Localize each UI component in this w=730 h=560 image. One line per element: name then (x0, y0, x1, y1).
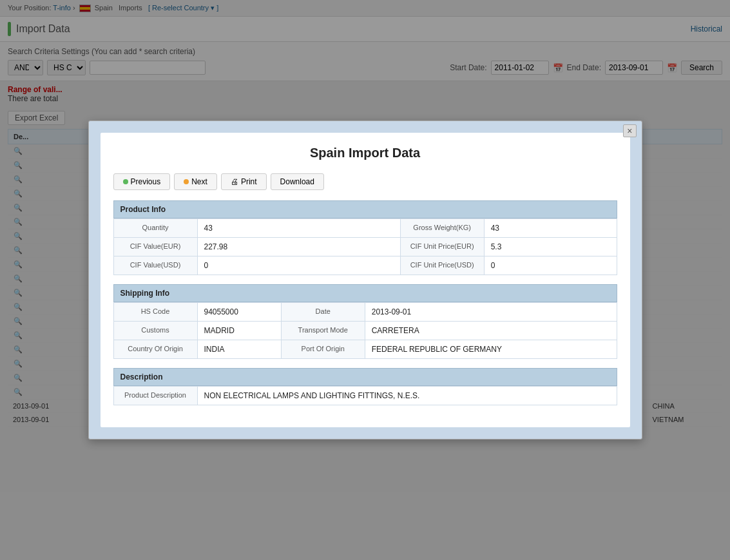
description-header: Description (113, 368, 617, 386)
description-table: Product Description NON ELECTRICAL LAMPS… (113, 386, 617, 405)
cif-unit-price-eur-value: 5.3 (484, 238, 617, 256)
product-info-table: Quantity 43 Gross Weight(KG) 43 CIF Valu… (113, 218, 617, 275)
transport-mode-label: Transport Mode (281, 322, 365, 340)
country-of-origin-value: INDIA (197, 340, 281, 359)
table-row: Product Description NON ELECTRICAL LAMPS… (113, 387, 617, 405)
product-description-value: NON ELECTRICAL LAMPS AND LIGHTING FITTIN… (197, 387, 617, 405)
previous-button[interactable]: Previous (113, 173, 171, 190)
print-icon: 🖨 (231, 177, 238, 186)
table-row: CIF Value(USD) 0 CIF Unit Price(USD) 0 (113, 256, 617, 275)
modal-nav: Previous Next 🖨 Print Download (113, 173, 617, 190)
hs-code-label: HS Code (113, 303, 197, 322)
cif-unit-price-eur-label: CIF Unit Price(EUR) (400, 238, 484, 256)
print-button[interactable]: 🖨 Print (221, 173, 267, 190)
cif-value-usd-value: 0 (197, 256, 400, 275)
quantity-label: Quantity (113, 219, 197, 238)
shipping-info-table: HS Code 94055000 Date 2013-09-01 Customs… (113, 302, 617, 359)
port-of-origin-value: FEDERAL REPUBLIC OF GERMANY (365, 340, 617, 359)
next-dot-icon (184, 179, 189, 184)
date-label: Date (281, 303, 365, 322)
cif-unit-price-usd-value: 0 (484, 256, 617, 275)
customs-value: MADRID (197, 322, 281, 340)
table-row: HS Code 94055000 Date 2013-09-01 (113, 303, 617, 322)
close-icon[interactable]: × (623, 124, 636, 137)
modal-title: Spain Import Data (113, 146, 617, 160)
download-button[interactable]: Download (271, 173, 324, 190)
gross-weight-label: Gross Weight(KG) (400, 219, 484, 238)
modal: × Spain Import Data Previous Next 🖨 Prin… (88, 121, 642, 434)
next-button[interactable]: Next (174, 173, 217, 190)
product-description-label: Product Description (113, 387, 197, 405)
quantity-value: 43 (197, 219, 400, 238)
product-info-header: Product Info (113, 200, 617, 218)
cif-value-eur-label: CIF Value(EUR) (113, 238, 197, 256)
table-row: Customs MADRID Transport Mode CARRETERA (113, 322, 617, 340)
shipping-info-header: Shipping Info (113, 284, 617, 302)
previous-dot-icon (123, 179, 128, 184)
port-of-origin-label: Port Of Origin (281, 340, 365, 359)
transport-mode-value: CARRETERA (365, 322, 617, 340)
table-row: Country Of Origin INDIA Port Of Origin F… (113, 340, 617, 359)
cif-unit-price-usd-label: CIF Unit Price(USD) (400, 256, 484, 275)
country-of-origin-label: Country Of Origin (113, 340, 197, 359)
gross-weight-value: 43 (484, 219, 617, 238)
date-value: 2013-09-01 (365, 303, 617, 322)
customs-label: Customs (113, 322, 197, 340)
table-row: Quantity 43 Gross Weight(KG) 43 (113, 219, 617, 238)
cif-value-eur-value: 227.98 (197, 238, 400, 256)
modal-overlay: × Spain Import Data Previous Next 🖨 Prin… (0, 0, 730, 434)
modal-inner: Spain Import Data Previous Next 🖨 Print … (101, 133, 630, 427)
hs-code-value: 94055000 (197, 303, 281, 322)
table-row: CIF Value(EUR) 227.98 CIF Unit Price(EUR… (113, 238, 617, 256)
cif-value-usd-label: CIF Value(USD) (113, 256, 197, 275)
